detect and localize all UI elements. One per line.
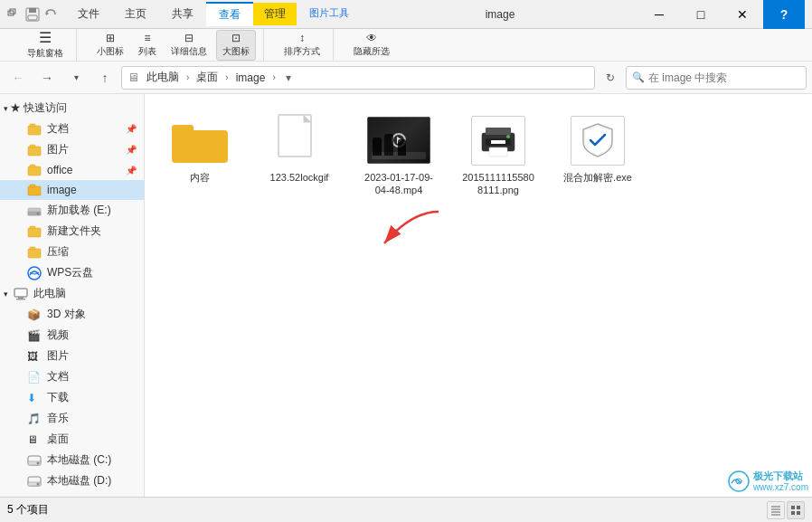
sidebar-item-drive-e[interactable]: 新加载卷 (E:) bbox=[0, 200, 144, 221]
watermark-site: 极光下载站 bbox=[753, 470, 808, 482]
main-area: ▾ ★ 快速访问 文档 📌 图片 📌 bbox=[0, 94, 812, 497]
undo-icon bbox=[43, 7, 58, 22]
ribbon-sort-btn[interactable]: ↕ 排序方式 bbox=[279, 31, 326, 60]
file-name: 混合加解密.exe bbox=[563, 171, 632, 184]
addr-image[interactable]: image bbox=[232, 70, 269, 86]
svg-rect-12 bbox=[28, 186, 41, 195]
file-item-exe[interactable]: 混合加解密.exe bbox=[557, 109, 638, 202]
sidebar-label: 桌面 bbox=[47, 432, 69, 447]
svg-rect-3 bbox=[29, 8, 36, 13]
tab-file[interactable]: 文件 bbox=[65, 3, 112, 25]
tab-home[interactable]: 主页 bbox=[112, 3, 159, 25]
svg-rect-23 bbox=[18, 297, 24, 299]
ribbon-nav-pane-btn[interactable]: ☰ 导航窗格 bbox=[22, 29, 69, 62]
forward-button[interactable]: → bbox=[34, 66, 60, 90]
sidebar-label: office bbox=[47, 164, 72, 176]
tab-manage[interactable]: 管理 bbox=[253, 3, 297, 25]
svg-rect-49 bbox=[797, 506, 800, 509]
sidebar-item-3d[interactable]: 📦 3D 对象 bbox=[0, 304, 144, 325]
svg-point-21 bbox=[28, 267, 41, 280]
ribbon-group-show-hide: 👁 隐藏所选 bbox=[341, 29, 402, 61]
tab-image-tools-label: 图片工具 bbox=[297, 5, 362, 24]
file-item-lockgif[interactable]: 123.52lockgif bbox=[259, 109, 340, 202]
close-button[interactable]: ✕ bbox=[722, 0, 763, 29]
sidebar-label: 文档 bbox=[47, 121, 69, 137]
ribbon-list-btn[interactable]: ≡ 列表 bbox=[133, 31, 162, 60]
svg-rect-11 bbox=[30, 165, 35, 167]
minimize-button[interactable]: ─ bbox=[638, 0, 680, 29]
detail-view-btn[interactable] bbox=[767, 501, 785, 519]
sidebar-label: image bbox=[47, 184, 77, 196]
file-name: 123.52lockgif bbox=[270, 171, 329, 184]
sidebar-item-music[interactable]: 🎵 音乐 bbox=[0, 408, 144, 429]
file-name: 2023-01-17-09-04-48.mp4 bbox=[363, 171, 435, 197]
folder-icon-neiru bbox=[168, 113, 231, 167]
addr-desktop[interactable]: 桌面 bbox=[193, 68, 222, 87]
svg-rect-13 bbox=[30, 185, 35, 187]
ribbon-detail-btn[interactable]: ⊟ 详细信息 bbox=[165, 31, 212, 60]
tab-share[interactable]: 共享 bbox=[159, 3, 206, 25]
sidebar-item-documents[interactable]: 文档 📌 bbox=[0, 119, 144, 139]
dropdown-button[interactable]: ▾ bbox=[63, 66, 89, 90]
toolbar: ← → ▾ ↑ 🖥 此电脑 › 桌面 › image › ▾ ↻ 🔍 bbox=[0, 62, 812, 94]
svg-rect-50 bbox=[791, 511, 795, 515]
sidebar-label: WPS云盘 bbox=[47, 265, 93, 280]
window-controls: ─ □ ✕ ? bbox=[638, 0, 805, 29]
sidebar-item-disk-d[interactable]: 本地磁盘 (D:) bbox=[0, 470, 144, 491]
sidebar-item-wps[interactable]: WPS云盘 bbox=[0, 262, 144, 283]
search-bar[interactable]: 🔍 bbox=[626, 66, 807, 90]
svg-rect-18 bbox=[30, 226, 35, 229]
sidebar-item-pictures[interactable]: 图片 📌 bbox=[0, 139, 144, 160]
svg-rect-19 bbox=[28, 249, 41, 258]
sidebar-item-image[interactable]: image bbox=[0, 180, 144, 200]
sidebar-item-new-folder[interactable]: 新建文件夹 bbox=[0, 221, 144, 242]
address-bar[interactable]: 🖥 此电脑 › 桌面 › image › ▾ bbox=[121, 66, 595, 90]
ribbon-hide-btn[interactable]: 👁 隐藏所选 bbox=[348, 31, 395, 60]
sidebar-item-downloads[interactable]: ⬇ 下载 bbox=[0, 387, 144, 408]
watermark-text-block: 极光下载站 www.xz7.com bbox=[753, 470, 808, 493]
addr-sep1: › bbox=[186, 72, 189, 82]
ribbon-small-icon-btn[interactable]: ⊞ 小图标 bbox=[91, 31, 129, 60]
sidebar-item-office[interactable]: office 📌 bbox=[0, 160, 144, 180]
file-item-png[interactable]: 2015111115580 8111.png bbox=[458, 109, 539, 202]
sidebar-label: 新加载卷 (E:) bbox=[47, 203, 111, 218]
addr-computer[interactable]: 此电脑 bbox=[143, 68, 183, 87]
sidebar-item-docs[interactable]: 📄 文档 bbox=[0, 366, 144, 387]
file-item-mp4[interactable]: 2023-01-17-09-04-48.mp4 bbox=[358, 109, 439, 202]
search-icon: 🔍 bbox=[632, 71, 645, 83]
file-area: 内容 123.52lockgif bbox=[145, 94, 812, 497]
address-dropdown-btn[interactable]: ▾ bbox=[279, 67, 297, 89]
help-button[interactable]: ? bbox=[763, 0, 805, 29]
icon-view-btn[interactable] bbox=[787, 501, 805, 519]
file-name: 2015111115580 8111.png bbox=[462, 171, 534, 197]
watermark-url: www.xz7.com bbox=[753, 482, 808, 493]
sidebar-item-video[interactable]: 🎬 视频 bbox=[0, 325, 144, 346]
file-item-neiru[interactable]: 内容 bbox=[159, 109, 241, 202]
maximize-button[interactable]: □ bbox=[680, 0, 722, 29]
back-button[interactable]: ← bbox=[5, 66, 31, 90]
svg-marker-5 bbox=[46, 12, 49, 15]
addr-sep2: › bbox=[225, 72, 228, 82]
up-button[interactable]: ↑ bbox=[92, 66, 118, 90]
window-icon bbox=[7, 7, 22, 22]
search-input[interactable] bbox=[648, 71, 800, 84]
addr-sep3: › bbox=[272, 72, 275, 82]
sidebar-item-pic[interactable]: 🖼 图片 bbox=[0, 346, 144, 366]
sidebar-item-desktop[interactable]: 🖥 桌面 bbox=[0, 429, 144, 450]
sidebar: ▾ ★ 快速访问 文档 📌 图片 📌 bbox=[0, 94, 145, 497]
refresh-button[interactable]: ↻ bbox=[599, 66, 622, 90]
watermark-logo bbox=[728, 470, 750, 492]
sidebar-label: 图片 bbox=[47, 348, 69, 364]
svg-rect-51 bbox=[797, 511, 800, 515]
ribbon-group-sort: ↕ 排序方式 bbox=[271, 29, 334, 61]
this-pc-header[interactable]: ▾ 此电脑 bbox=[0, 283, 144, 304]
sidebar-label: 下载 bbox=[47, 390, 69, 405]
sidebar-item-disk-c[interactable]: 本地磁盘 (C:) bbox=[0, 450, 144, 470]
ribbon-large-icon-btn[interactable]: ⊡ 大图标 bbox=[216, 30, 256, 61]
sidebar-label: 3D 对象 bbox=[47, 307, 86, 322]
status-count: 5 个项目 bbox=[7, 502, 49, 517]
tab-view[interactable]: 查看 bbox=[206, 2, 253, 26]
svg-rect-48 bbox=[791, 506, 795, 509]
quick-access-header[interactable]: ▾ ★ 快速访问 bbox=[0, 98, 144, 119]
sidebar-item-zip[interactable]: 压缩 bbox=[0, 242, 144, 262]
